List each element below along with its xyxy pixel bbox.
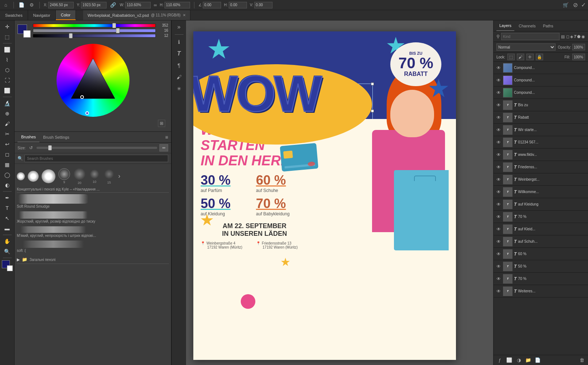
hue-slider[interactable] (33, 24, 156, 27)
navigator-tab[interactable]: Navigator (28, 10, 56, 20)
x-input[interactable]: 2496.50 px (48, 2, 74, 8)
layer-eye-4[interactable]: 👁 (496, 102, 502, 108)
filter-pixel-icon[interactable]: ◻ (566, 34, 569, 39)
document-icon[interactable]: 📄 (18, 1, 25, 9)
brush-item-hard-round[interactable]: Жорсткий, круглий, розмір відповідно до … (17, 211, 169, 223)
filter-shape-icon[interactable]: ⬟ (577, 34, 581, 39)
cart-icon[interactable]: 🛒 (562, 1, 569, 9)
spot-heal-tool[interactable]: ⊕ (2, 109, 13, 118)
type-tool[interactable]: T (2, 203, 13, 213)
hand-tool[interactable]: ✋ (2, 237, 13, 246)
channels-tab[interactable]: Channels (516, 20, 538, 31)
pen-tool[interactable]: ✒ (2, 193, 13, 203)
layer-eye-10[interactable]: 👁 (496, 177, 502, 182)
filter-type-icon[interactable]: T (574, 34, 576, 39)
brushes-menu-button[interactable]: ≡ (165, 134, 168, 140)
layer-eye-15[interactable]: 👁 (496, 239, 502, 245)
brush-icon-1[interactable] (17, 172, 25, 180)
layer-item-2[interactable]: 👁 Compound... (494, 74, 588, 87)
layer-item-17[interactable]: 👁 T T 50 % (494, 260, 588, 273)
layer-item-18[interactable]: 👁 T T 70 % (494, 273, 588, 285)
eraser-tool[interactable]: ◻ (2, 150, 13, 159)
layer-item-14[interactable]: 👁 T T auf Kleid... (494, 223, 588, 235)
brush-search-input[interactable] (24, 155, 168, 162)
layer-item-1[interactable]: 👁 Compound... (494, 62, 588, 74)
layer-item-5[interactable]: 👁 T T Rabatt (494, 111, 588, 124)
filter-smart-icon[interactable]: ◉ (581, 34, 585, 39)
brush-size-slider[interactable] (36, 147, 157, 149)
brush-settings-tab[interactable]: Brush Settings (39, 132, 73, 142)
layer-item-19[interactable]: 👁 T T Weiteres... (494, 285, 588, 297)
color-wheel[interactable] (57, 44, 129, 117)
paths-tab[interactable]: Paths (540, 20, 556, 31)
brush-icon-8[interactable]: › (118, 172, 120, 180)
v-input[interactable] (254, 2, 272, 8)
new-layer-button[interactable]: 📄 (534, 357, 542, 364)
home-icon[interactable]: ⌂ (2, 1, 9, 9)
layer-item-10[interactable]: 👁 T T Weinbergst... (494, 173, 588, 186)
settings-icon[interactable]: ⚙ (28, 1, 35, 9)
warp-icon[interactable]: ✳ (174, 84, 184, 94)
move-tool[interactable]: ✛ (2, 22, 13, 31)
info-icon[interactable]: ℹ (174, 37, 184, 47)
layer-eye-2[interactable]: 👁 (496, 77, 502, 83)
delete-layer-button[interactable]: 🗑 (578, 357, 586, 364)
brushes-tab[interactable]: Brushes (18, 132, 39, 142)
gradient-tool[interactable]: ▦ (2, 160, 13, 169)
link-icon[interactable]: 🔗 (109, 1, 117, 9)
layer-item-12[interactable]: 👁 T T auf Kleidung (494, 198, 588, 211)
brush-category-2-header[interactable]: ▶ 📁 Загальні пензлі (17, 256, 169, 264)
layer-eye-17[interactable]: 👁 (496, 264, 502, 269)
layer-eye-3[interactable]: 👁 (496, 90, 502, 96)
brush-item-soft-smudge[interactable]: Soft Round Smudge (17, 194, 169, 208)
layer-eye-16[interactable]: 👁 (496, 251, 502, 257)
layer-eye-11[interactable]: 👁 (496, 189, 502, 195)
paragraph-icon[interactable]: ¶ (174, 60, 184, 70)
shape-tool[interactable]: ▬ (2, 224, 13, 233)
layer-item-8[interactable]: 👁 T T www.fiktiv... (494, 149, 588, 161)
no-icon[interactable]: ⊘ (572, 1, 579, 9)
layer-eye-13[interactable]: 👁 (496, 214, 502, 220)
layer-item-16[interactable]: 👁 T T 60 % (494, 248, 588, 260)
layer-item-15[interactable]: 👁 T T auf Schuh... (494, 235, 588, 248)
brush-edit-button[interactable]: ✏ (159, 144, 168, 151)
layer-item-9[interactable]: 👁 T T Friedenss... (494, 161, 588, 173)
layer-eye-1[interactable]: 👁 (496, 65, 502, 71)
background-color[interactable] (7, 265, 13, 271)
brush-icon-2[interactable] (28, 171, 39, 182)
angle-input[interactable] (203, 2, 221, 8)
brush-icon-3[interactable] (42, 169, 55, 183)
new-fill-adj-button[interactable]: ◑ (515, 357, 523, 364)
lock-brush-button[interactable]: 🖌 (517, 54, 524, 60)
color-options-icon[interactable]: ⊞ (158, 120, 165, 127)
eyedropper-tool[interactable]: 🔬 (2, 99, 13, 108)
sat-slider[interactable] (33, 29, 156, 32)
crop-tool[interactable]: ⛶ (2, 76, 13, 85)
path-select-tool[interactable]: ↖ (2, 214, 13, 223)
type-extras-icon[interactable]: T (174, 49, 184, 59)
background-color-swatch[interactable] (23, 30, 31, 38)
layer-eye-14[interactable]: 👁 (496, 226, 502, 232)
layer-eye-8[interactable]: 👁 (496, 152, 502, 158)
blur-tool[interactable]: ◯ (2, 170, 13, 180)
layer-eye-5[interactable]: 👁 (496, 115, 502, 120)
brush-category-1-header[interactable]: Концептуальні і пензлі від Kyle – «Накла… (17, 186, 169, 193)
object-select-tool[interactable]: ⬡ (2, 65, 13, 75)
frame-tool[interactable]: ⬜ (2, 86, 13, 95)
lock-checkerboard-button[interactable]: ⬚ (507, 54, 515, 60)
layer-eye-9[interactable]: 👁 (496, 164, 502, 170)
layer-eye-19[interactable]: 👁 (496, 288, 502, 294)
layer-item-13[interactable]: 👁 T T 70 % (494, 211, 588, 223)
layer-item-3[interactable]: 👁 Compound... (494, 87, 588, 99)
layer-item-7[interactable]: 👁 T T 01234 567... (494, 136, 588, 149)
layer-eye-7[interactable]: 👁 (496, 139, 502, 145)
file-tab[interactable]: Werbeplakat_Rabattaktion_v2.psd @ 11.1% … (83, 10, 190, 20)
opacity-input[interactable] (572, 44, 585, 50)
h2-input[interactable] (229, 2, 247, 8)
blend-mode-select[interactable]: Normal (496, 43, 556, 51)
fill-input[interactable] (572, 54, 585, 60)
brush-tool[interactable]: 🖌 (2, 119, 13, 128)
add-layer-style-button[interactable]: ƒ (496, 357, 504, 364)
layers-search-input[interactable] (501, 33, 560, 40)
layers-tab[interactable]: Layers (496, 20, 514, 31)
